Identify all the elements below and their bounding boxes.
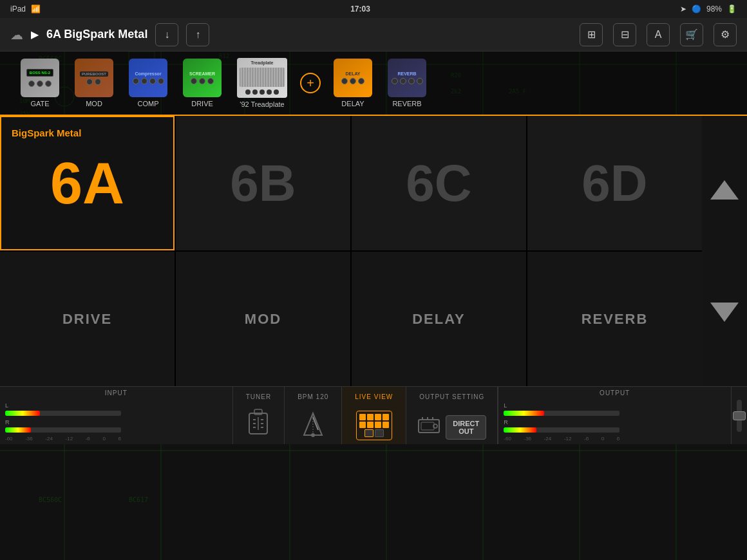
status-left: iPad 📶 (10, 5, 41, 14)
svg-rect-53 (419, 420, 439, 433)
metronome-icon (301, 411, 325, 440)
battery-percentage: 98% (706, 5, 722, 14)
effect-drive[interactable]: SCREAMER DRIVE (183, 59, 222, 107)
mod-label: MOD (86, 100, 102, 107)
preset-cell-6c[interactable]: 6C (352, 116, 526, 250)
mod-cell-label: MOD (245, 311, 281, 328)
preset-cell-mod[interactable]: MOD (176, 252, 350, 386)
tuner-label: TUNER (243, 391, 274, 403)
reverb-pedal: REVERB (388, 59, 426, 97)
upload-button[interactable]: ↑ (186, 23, 209, 46)
cloud-icon[interactable]: ☁ (10, 27, 23, 42)
status-time: 17:03 (350, 5, 370, 14)
input-meter-area: L R -60 -36 -24 -12 -6 0 (0, 399, 232, 444)
toolbar: ☁ ▶ 6A BigSpark Metal ↓ ↑ ⊞ ⊟ A 🛒 ⚙ (0, 18, 747, 51)
output-setting-label: OUTPUT SETTING (417, 391, 487, 403)
output-l-label: L (504, 402, 507, 409)
reverb-cell-label: REVERB (582, 311, 648, 328)
input-r-bar (5, 427, 121, 433)
input-r-fill (5, 427, 31, 433)
preset-6c-id: 6C (406, 158, 471, 209)
direct-out-button[interactable]: DIRECTOUT (446, 415, 486, 440)
preset-cell-delay[interactable]: DELAY (352, 252, 526, 386)
live-view-section[interactable]: LIVE VIEW (342, 387, 406, 444)
tuner-icon (247, 408, 270, 440)
input-l-label: L (5, 402, 8, 409)
output-meter-l: L (504, 402, 726, 416)
play-button[interactable]: ▶ (31, 28, 39, 41)
comp-pedal: Compressor (129, 59, 167, 97)
split-view-button[interactable]: ⊟ (613, 23, 636, 46)
text-mode-button[interactable]: A (647, 23, 670, 46)
cart-button[interactable]: 🛒 (680, 23, 703, 46)
effect-mod[interactable]: PUREBOOST MOD (75, 59, 113, 107)
preset-name: 6A BigSpark Metal (46, 28, 147, 41)
preset-cell-reverb[interactable]: REVERB (527, 252, 702, 386)
svg-rect-54 (421, 422, 434, 430)
effects-chain: BOSS NS-2 GATE PUREBOOST MOD (0, 51, 747, 116)
output-l-bar (504, 411, 619, 416)
amp-label: '92 Treadplate (240, 100, 284, 108)
input-label: INPUT (0, 387, 232, 399)
output-setting-section[interactable]: OUTPUT SETTING DIRECTOUT (406, 387, 498, 444)
live-dots-grid (359, 414, 389, 428)
volume-slider[interactable] (737, 400, 742, 432)
svg-text:BC560C: BC560C (39, 496, 62, 503)
effect-amp[interactable]: Treadplate '92 Treadplate (237, 58, 287, 108)
preset-grid-area: BigSpark Metal 6A 6B 6C 6D DRIVE (0, 116, 747, 386)
preset-6a-id: 6A (50, 154, 124, 212)
location-icon: ➤ (680, 5, 686, 14)
delay-pedal: DELAY (334, 59, 372, 97)
drive-label: DRIVE (191, 100, 213, 107)
gate-pedal: BOSS NS-2 (21, 59, 59, 97)
status-bar: iPad 📶 17:03 ➤ 🔵 98% 🔋 (0, 0, 747, 18)
preset-6b-content: 6B (230, 158, 296, 209)
effect-gate[interactable]: BOSS NS-2 GATE (21, 59, 59, 107)
output-r-label: R (504, 419, 508, 425)
effect-delay[interactable]: DELAY DELAY (334, 59, 372, 107)
scroll-down-button[interactable] (708, 296, 741, 328)
preset-cell-drive[interactable]: DRIVE (0, 252, 175, 386)
effect-comp[interactable]: Compressor COMP (129, 59, 167, 107)
bpm-label: BPM 120 (295, 391, 331, 403)
live-view-icon (356, 411, 392, 440)
reverb-label: REVERB (392, 100, 421, 107)
drive-pedal: SCREAMER (183, 59, 222, 97)
output-r-bar (504, 427, 619, 433)
delay-label: DELAY (341, 100, 364, 107)
preset-6d-id: 6D (582, 158, 647, 209)
input-section: INPUT L R -60 -36 -24 (0, 387, 233, 444)
preset-cell-6a-name: BigSpark Metal (12, 127, 81, 138)
effect-reverb[interactable]: REVERB REVERB (388, 59, 426, 107)
bpm-section[interactable]: BPM 120 (285, 387, 342, 444)
gate-label: GATE (30, 100, 49, 107)
live-view-meter (359, 429, 389, 437)
arrow-down-icon (710, 303, 739, 322)
preset-cell-6d[interactable]: 6D (527, 116, 702, 250)
comp-label: COMP (138, 100, 159, 107)
toolbar-left: ☁ ▶ 6A BigSpark Metal ↓ ↑ (10, 23, 580, 46)
preset-list-button[interactable]: ⊞ (580, 23, 603, 46)
output-meter-area: L R -60 -36 -24 -12 -6 0 (498, 399, 731, 444)
delay-cell-label: DELAY (412, 311, 466, 328)
battery-icon: 🔋 (727, 5, 737, 14)
wifi-icon: 📶 (31, 5, 41, 14)
output-r-fill (504, 427, 536, 433)
output-meter-r: R (504, 419, 726, 433)
volume-slider-thumb[interactable] (733, 411, 746, 420)
scroll-arrows (702, 116, 747, 386)
download-button[interactable]: ↓ (155, 23, 178, 46)
input-meters: L R -60 -36 -24 -12 -6 0 (5, 402, 227, 442)
output-label: OUTPUT (498, 387, 731, 399)
preset-grid: BigSpark Metal 6A 6B 6C 6D DRIVE (0, 116, 702, 386)
preset-6d-content: 6D (582, 158, 647, 209)
scroll-up-button[interactable] (708, 174, 741, 206)
add-effect-button[interactable]: + (300, 73, 321, 93)
preset-cell-6a[interactable]: BigSpark Metal 6A (0, 116, 175, 250)
amp-output-icon (417, 415, 440, 440)
tuner-section[interactable]: TUNER (233, 387, 285, 444)
input-r-label: R (5, 419, 10, 425)
input-meter-ticks: -60 -36 -24 -12 -6 0 6 (5, 436, 121, 442)
preset-cell-6b[interactable]: 6B (176, 116, 350, 250)
settings-button[interactable]: ⚙ (714, 23, 737, 46)
